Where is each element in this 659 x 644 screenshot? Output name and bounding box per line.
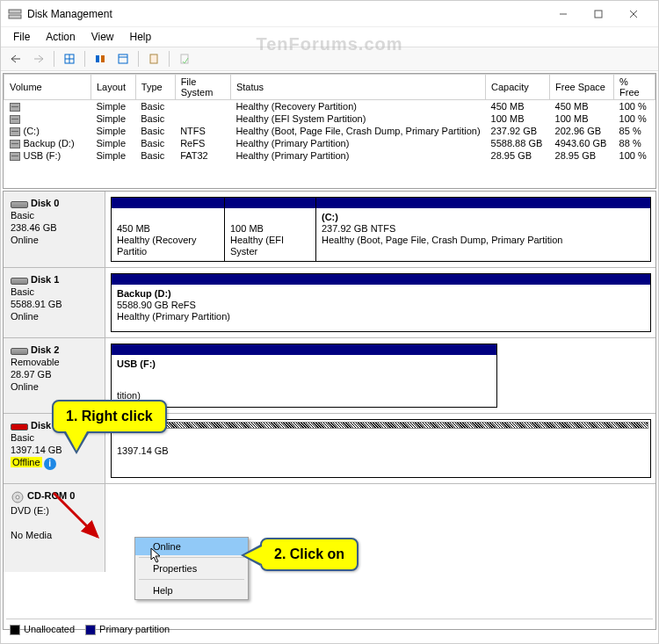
partition-c[interactable]: (C:)237.92 GB NTFSHealthy (Boot, Page Fi… (315, 197, 651, 262)
svg-rect-10 (101, 55, 105, 62)
col-layout[interactable]: Layout (91, 75, 135, 100)
volume-row[interactable]: SimpleBasicHealthy (EFI System Partition… (4, 112, 655, 125)
red-arrow (49, 488, 111, 550)
col-volume[interactable]: Volume (4, 75, 91, 100)
legend-primary-icon (85, 625, 96, 635)
menu-action[interactable]: Action (39, 29, 82, 45)
menu-item-help[interactable]: Help (135, 582, 248, 599)
disk-1-info[interactable]: Disk 1 Basic 5588.91 GB Online (4, 268, 105, 337)
info-icon[interactable]: i (44, 458, 56, 470)
volume-row[interactable]: USB (F:)SimpleBasicFAT32Healthy (Primary… (4, 149, 655, 162)
close-button[interactable] (616, 2, 651, 26)
svg-rect-0 (9, 10, 21, 13)
col-type[interactable]: Type (135, 75, 175, 100)
col-free[interactable]: Free Space (550, 75, 614, 100)
mouse-cursor (150, 547, 164, 565)
offline-status: Offline (11, 457, 42, 467)
cdrom-icon (11, 490, 25, 504)
volume-row[interactable]: (C:)SimpleBasicNTFSHealthy (Boot, Page F… (4, 125, 655, 137)
settings-icon[interactable] (60, 49, 79, 69)
legend: Unallocated Primary partition (6, 619, 653, 640)
menubar: File Action View Help (1, 27, 658, 47)
col-pct[interactable]: % Free (614, 75, 655, 100)
volume-row[interactable]: Backup (D:)SimpleBasicReFSHealthy (Prima… (4, 137, 655, 149)
disk-error-icon (11, 423, 28, 431)
disk-icon (11, 348, 28, 355)
forward-button[interactable] (29, 49, 48, 69)
partition-usb[interactable]: USB (F:) tition) (111, 344, 497, 408)
partition-unallocated[interactable]: 1397.14 GB (111, 419, 651, 478)
toolbar (1, 47, 658, 71)
svg-point-16 (16, 496, 19, 499)
legend-unallocated-icon (10, 625, 20, 635)
properties-icon[interactable] (144, 49, 163, 69)
callout-2: 2. Click on (260, 538, 358, 571)
partition[interactable]: 100 MBHealthy (EFI Syster (224, 197, 316, 262)
maximize-button[interactable] (581, 2, 616, 26)
svg-rect-13 (150, 54, 157, 63)
partition[interactable]: 450 MBHealthy (Recovery Partitio (111, 197, 225, 262)
partition-backup[interactable]: Backup (D:)5588.90 GB ReFSHealthy (Prima… (111, 273, 651, 332)
volume-list: Volume Layout Type File System Status Ca… (3, 73, 656, 189)
context-menu: Online Properties Help (134, 537, 249, 600)
col-status[interactable]: Status (230, 75, 485, 100)
menu-view[interactable]: View (84, 29, 121, 45)
menu-file[interactable]: File (6, 29, 37, 45)
titlebar: Disk Management (1, 1, 658, 27)
back-button[interactable] (6, 49, 25, 69)
col-fs[interactable]: File System (175, 75, 230, 100)
disk-icon (11, 201, 28, 208)
svg-rect-9 (96, 55, 99, 62)
disk-0-row: Disk 0 Basic 238.46 GB Online 450 MBHeal… (4, 192, 655, 268)
svg-rect-3 (595, 11, 602, 18)
minimize-button[interactable] (546, 2, 581, 26)
help-icon[interactable] (175, 49, 194, 69)
callout-1: 1. Right click (52, 400, 167, 433)
svg-rect-1 (9, 15, 21, 18)
menu-help[interactable]: Help (123, 29, 159, 45)
disk-1-row: Disk 1 Basic 5588.91 GB Online Backup (D… (4, 268, 655, 338)
volume-row[interactable]: SimpleBasicHealthy (Recovery Partition)4… (4, 100, 655, 113)
list-icon[interactable] (113, 49, 133, 69)
app-icon (8, 7, 22, 21)
disk-icon (11, 278, 28, 285)
refresh-icon[interactable] (91, 49, 110, 69)
svg-rect-11 (119, 54, 127, 63)
col-capacity[interactable]: Capacity (486, 75, 550, 100)
svg-line-17 (54, 493, 98, 537)
disk-0-info[interactable]: Disk 0 Basic 238.46 GB Online (4, 192, 105, 267)
window-title: Disk Management (27, 8, 546, 20)
